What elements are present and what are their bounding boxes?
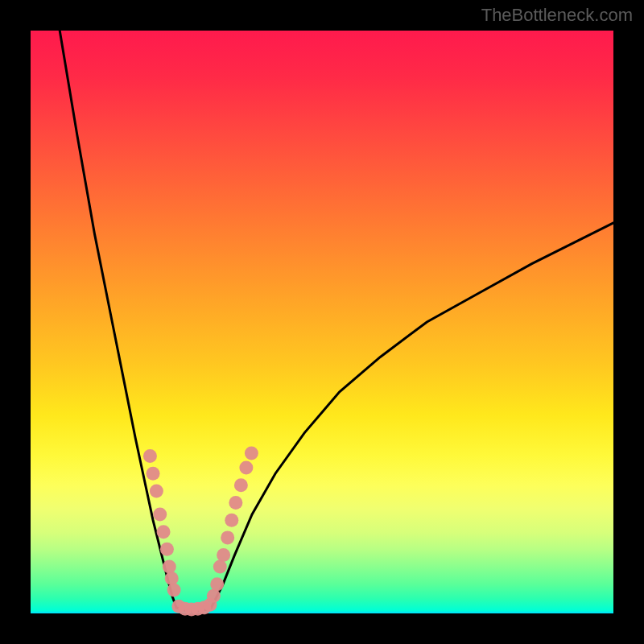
highlight-dot — [143, 449, 157, 463]
highlight-dot — [167, 584, 181, 597]
highlight-dot — [217, 548, 230, 562]
highlight-dot — [225, 514, 238, 527]
highlight-dot — [163, 560, 176, 574]
highlight-dot — [150, 484, 163, 497]
curve-right-branch — [211, 223, 613, 608]
watermark-text: TheBottleneck.com — [481, 5, 633, 26]
highlight-dot — [245, 446, 258, 460]
chart-plot-area — [31, 31, 613, 613]
highlight-dots-group — [143, 446, 258, 616]
highlight-dot — [210, 577, 224, 591]
highlight-dot — [147, 467, 160, 481]
highlight-dot — [207, 589, 221, 603]
highlight-dot — [213, 560, 227, 574]
highlight-dot — [157, 525, 171, 539]
highlight-dot — [153, 507, 167, 521]
highlight-dot — [221, 530, 234, 544]
highlight-dot — [234, 478, 248, 492]
highlight-dot — [160, 543, 174, 556]
highlight-dot — [165, 572, 179, 585]
chart-svg — [31, 31, 613, 613]
highlight-dot — [239, 461, 253, 475]
highlight-dot — [229, 496, 242, 510]
